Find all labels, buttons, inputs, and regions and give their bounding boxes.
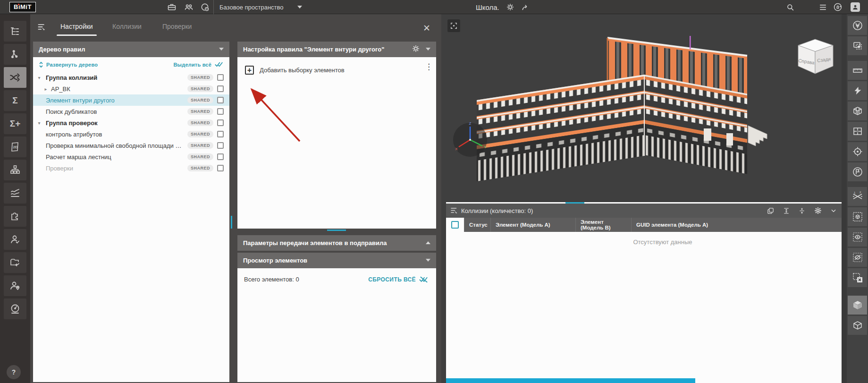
- flag-icon[interactable]: [848, 162, 867, 181]
- navigation-cube[interactable]: Справа Сзади: [793, 34, 837, 77]
- rule-settings-header[interactable]: Настройка правила "Элемент внтури другог…: [237, 42, 436, 57]
- sum-icon[interactable]: Σ: [4, 90, 26, 111]
- plugins-icon[interactable]: [4, 206, 26, 227]
- help-button[interactable]: ?: [7, 365, 21, 379]
- graph-branch-icon[interactable]: [4, 44, 26, 65]
- account-icon[interactable]: [850, 1, 861, 13]
- collapse-caret-icon[interactable]: [426, 259, 430, 262]
- tree-item-group-collisions[interactable]: ▾ Группа коллизий SHARED: [33, 72, 229, 83]
- solid-view-cube-icon[interactable]: [848, 296, 867, 315]
- view-elements-panel-header[interactable]: Просмотр элементов: [237, 253, 436, 268]
- fit-columns-icon[interactable]: [798, 207, 806, 215]
- copy-icon[interactable]: [767, 207, 775, 215]
- gauge-icon[interactable]: [4, 298, 26, 319]
- tree-item-min-area-check[interactable]: Проверка минимальной свободной площади с…: [33, 140, 229, 151]
- table-settings-icon[interactable]: [814, 206, 822, 215]
- notifications-icon[interactable]: [832, 1, 843, 13]
- tree-item-checks[interactable]: Проверки SHARED: [33, 162, 229, 174]
- projects-icon[interactable]: [166, 1, 177, 13]
- rule-tree-header[interactable]: Дерево правил: [33, 42, 229, 57]
- tab-settings[interactable]: Настройки: [59, 21, 94, 32]
- list-menu-icon[interactable]: [817, 1, 828, 13]
- horizontal-resize-handle[interactable]: [327, 230, 346, 231]
- row-height-icon[interactable]: [783, 207, 790, 215]
- transfer-params-panel[interactable]: Параметры передачи элементов в подправил…: [237, 235, 436, 251]
- section-box-icon[interactable]: [848, 102, 867, 120]
- workspace-selector[interactable]: Базовое пространство: [219, 0, 284, 14]
- tree-item-duplicates[interactable]: Поиск дубликатов SHARED: [33, 106, 229, 117]
- clash-rules-icon[interactable]: [4, 67, 26, 88]
- tree-item-checkbox[interactable]: [217, 97, 224, 103]
- panel-menu-icon[interactable]: [37, 23, 46, 31]
- tree-item-checkbox[interactable]: [217, 108, 224, 115]
- selection-focus-icon[interactable]: [848, 36, 867, 55]
- reset-all-link[interactable]: СБРОСИТЬ ВСЁ: [368, 276, 429, 283]
- user-location-icon[interactable]: [4, 275, 26, 296]
- floor-plan-icon[interactable]: [848, 122, 867, 141]
- column-guid-a[interactable]: GUID элемента (Модель A): [631, 218, 842, 232]
- user-check-icon[interactable]: [4, 229, 26, 250]
- model-viewport[interactable]: Справа Сзади Z X Y Коллизии (количество:…: [441, 14, 842, 383]
- model-tree-icon[interactable]: [4, 21, 26, 42]
- show-eye-icon[interactable]: [848, 228, 867, 247]
- select-all-link[interactable]: Выделить всё: [173, 61, 224, 68]
- tree-item-group-checks[interactable]: ▾ Группа проверок SHARED: [33, 117, 229, 128]
- add-selection-button[interactable]: +: [245, 66, 254, 75]
- sum-add-icon[interactable]: Σ+: [4, 113, 26, 134]
- settings-workspace: Настройки Коллизии Проверки ✕ Дерево пра…: [30, 14, 441, 383]
- collapse-panel-icon[interactable]: [830, 207, 837, 214]
- column-element-a[interactable]: Элемент (Модель A): [490, 218, 575, 232]
- ruler-icon[interactable]: [848, 61, 867, 80]
- tree-item-checkbox[interactable]: [217, 85, 224, 92]
- tree-item-element-inside[interactable]: Элемент внтури другого SHARED: [33, 94, 229, 106]
- collapse-caret-icon[interactable]: [426, 48, 430, 51]
- environment-tree-icon[interactable]: [848, 16, 867, 35]
- collapse-caret-up-icon[interactable]: [426, 241, 430, 244]
- locate-icon[interactable]: [848, 142, 867, 161]
- column-status[interactable]: Статус: [464, 218, 490, 232]
- close-icon[interactable]: ✕: [423, 24, 430, 33]
- tree-item-checkbox[interactable]: [217, 119, 224, 126]
- tree-item-checkbox[interactable]: [217, 142, 224, 149]
- expand-arrow-icon[interactable]: ▸: [43, 86, 48, 92]
- expand-tree-link[interactable]: Развернуть дерево: [39, 61, 98, 68]
- search-icon[interactable]: [784, 1, 796, 13]
- focus-model-button[interactable]: [447, 19, 460, 32]
- tab-collisions[interactable]: Коллизии: [111, 21, 143, 32]
- 2d-view-icon[interactable]: 2D: [4, 136, 26, 157]
- select-all-checkbox[interactable]: [451, 221, 459, 229]
- tree-item-stair-calc[interactable]: Расчет марша лестниц SHARED: [33, 151, 229, 162]
- share-icon[interactable]: [521, 3, 530, 12]
- hide-eye-icon[interactable]: [848, 248, 867, 267]
- column-element-b[interactable]: Элемент (Модель B): [575, 218, 631, 232]
- folder-export-icon[interactable]: [4, 252, 26, 273]
- axes-gizmo[interactable]: Z X Y: [451, 120, 489, 158]
- tree-toolbar: Развернуть дерево Выделить всё: [33, 57, 229, 72]
- collapse-caret-icon[interactable]: [219, 48, 224, 51]
- kebab-menu-icon[interactable]: ⋮: [425, 65, 430, 69]
- tree-item-checkbox[interactable]: [217, 153, 224, 160]
- project-settings-icon[interactable]: [506, 3, 514, 11]
- globe-status-icon[interactable]: [199, 1, 211, 13]
- team-icon[interactable]: [183, 1, 194, 13]
- ghost-cube-icon[interactable]: [848, 316, 867, 335]
- tree-item-checkbox[interactable]: [217, 165, 224, 171]
- workspace-caret-icon[interactable]: [297, 6, 302, 9]
- tree-item-checkbox[interactable]: [217, 74, 224, 81]
- clear-selection-icon[interactable]: [848, 268, 867, 287]
- collapse-arrow-icon[interactable]: ▾: [37, 75, 42, 80]
- scheme-icon[interactable]: [4, 160, 26, 180]
- tree-item-attr-control[interactable]: контроль атрибутов SHARED: [33, 128, 229, 140]
- rule-gear-icon[interactable]: [412, 44, 420, 53]
- flash-icon[interactable]: [848, 81, 867, 100]
- tree-item-checkbox[interactable]: [217, 131, 224, 137]
- isolate-cube-icon[interactable]: [848, 207, 867, 226]
- tab-checks[interactable]: Проверки: [161, 21, 193, 32]
- panel-menu-icon[interactable]: [450, 206, 458, 214]
- tree-item-ar-vk[interactable]: ▸ АР_ВК SHARED: [33, 83, 229, 94]
- charts-icon[interactable]: [4, 183, 26, 204]
- clash-pair-icon[interactable]: 12: [848, 187, 867, 206]
- vertical-resize-handle[interactable]: [231, 216, 232, 229]
- collapse-arrow-icon[interactable]: ▾: [37, 120, 42, 126]
- collisions-header: Коллизии (количество: 0): [446, 204, 842, 218]
